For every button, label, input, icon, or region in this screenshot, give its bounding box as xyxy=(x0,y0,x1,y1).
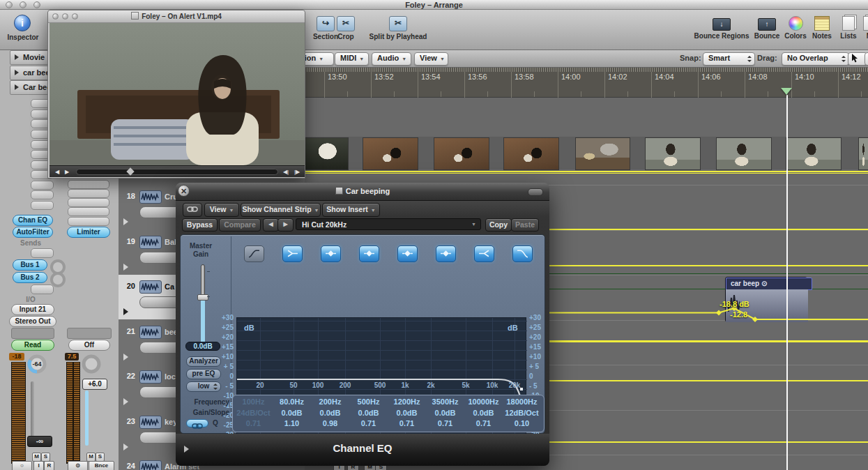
insert-slot-empty[interactable] xyxy=(31,201,54,210)
volume-fader-track[interactable] xyxy=(85,391,89,446)
prev-preset-button[interactable]: ◀ xyxy=(263,218,279,232)
stereo-format-button[interactable]: ⊙ xyxy=(68,461,88,470)
insert-slot-empty[interactable] xyxy=(68,198,109,207)
pan-knob[interactable]: -64 xyxy=(26,354,47,374)
bounce-button[interactable]: Bnce xyxy=(89,461,114,470)
copy-button[interactable]: Copy xyxy=(485,218,512,232)
toolbar-button-crop[interactable]: ✂Crop xyxy=(332,16,360,40)
pan-knob[interactable] xyxy=(81,354,102,374)
insert-slot-empty[interactable] xyxy=(68,207,109,216)
minimize-button[interactable] xyxy=(20,1,26,8)
playhead-marker-icon[interactable] xyxy=(781,88,792,95)
track-disclosure-icon[interactable] xyxy=(123,398,128,405)
insert-slot-empty[interactable] xyxy=(31,190,54,199)
eq-frequency-value[interactable]: 3500Hz xyxy=(426,397,464,406)
channel-eq-window[interactable]: Car beeping ✕ View▼ Show Channel Strip▼ … xyxy=(176,183,549,466)
master-gain-slider-handle[interactable] xyxy=(197,294,208,301)
eq-band-button-6-bell[interactable] xyxy=(436,245,456,262)
menu-popup-audio[interactable]: Audio▼ xyxy=(372,52,411,66)
output-slot[interactable]: Stereo Out xyxy=(9,316,56,327)
group-slot[interactable] xyxy=(11,328,54,339)
video-window[interactable]: Foley – On Alert V1.mp4 xyxy=(47,10,305,179)
next-preset-button[interactable]: ▶ xyxy=(277,218,294,232)
video-zoom-button[interactable] xyxy=(72,13,78,20)
eq-band-button-8-lowpass[interactable] xyxy=(512,245,533,262)
track-disclosure-icon[interactable] xyxy=(123,308,128,315)
eq-minimize-lozenge[interactable] xyxy=(528,188,543,196)
automation-mode-read[interactable]: Read xyxy=(11,340,54,351)
eq-band-button-1-highpass[interactable] xyxy=(244,245,264,262)
send-slot-empty[interactable] xyxy=(31,248,54,258)
eq-frequency-value[interactable]: 100Hz xyxy=(234,397,273,406)
eq-q-value[interactable]: 0.71 xyxy=(234,419,273,427)
video-play-button[interactable]: ▶ xyxy=(62,167,72,176)
link-button[interactable] xyxy=(183,203,202,217)
eq-q-value[interactable]: 0.71 xyxy=(426,419,464,427)
eq-band-button-2-lowshelf[interactable] xyxy=(282,245,303,262)
eq-band-button-3-bell[interactable] xyxy=(321,245,341,262)
eq-q-value[interactable]: 0.98 xyxy=(311,419,349,427)
insert-slot-limiter[interactable]: Limiter xyxy=(67,227,110,238)
preset-field[interactable]: Hi Cut 20kHz ▼ xyxy=(296,218,481,230)
drag-popup[interactable]: No Overlap xyxy=(782,52,849,66)
video-close-button[interactable] xyxy=(52,13,59,20)
record-button[interactable]: R xyxy=(44,461,54,470)
eq-frequency-value[interactable]: 1200Hz xyxy=(388,397,426,406)
eq-view-menu[interactable]: View▼ xyxy=(204,203,239,217)
format-button[interactable]: ○ xyxy=(12,461,32,470)
pencil-tool-button[interactable] xyxy=(865,52,868,66)
compare-button[interactable]: Compare xyxy=(219,218,261,232)
track-disclosure-icon[interactable] xyxy=(123,264,128,271)
send-slot-bus-2[interactable]: Bus 2 xyxy=(13,272,47,283)
playhead-line[interactable] xyxy=(786,95,788,470)
video-window-titlebar[interactable]: Foley – On Alert V1.mp4 xyxy=(48,10,305,23)
eq-band-button-7-highshelf[interactable] xyxy=(474,245,494,262)
send-slot-empty[interactable] xyxy=(31,285,54,294)
inspector-icon[interactable]: i xyxy=(14,15,31,31)
group-slot[interactable] xyxy=(67,328,112,339)
eq-frequency-value[interactable]: 18000Hz xyxy=(503,397,541,406)
insert-slot-empty[interactable] xyxy=(68,189,109,198)
toolbar-button-split-by-playhead[interactable]: ✂Split by Playhead xyxy=(360,16,436,40)
eq-frequency-value[interactable]: 500Hz xyxy=(349,397,388,406)
volume-fader-track[interactable] xyxy=(31,381,34,439)
eq-frequency-value[interactable]: 80.0Hz xyxy=(273,397,311,406)
eq-show-insert-menu[interactable]: Show Insert▼ xyxy=(322,203,380,217)
zoom-button[interactable] xyxy=(33,1,40,8)
insert-slot-autofilter[interactable]: AutoFilter xyxy=(13,227,53,238)
eq-close-button[interactable]: ✕ xyxy=(178,185,190,197)
eq-q-value[interactable]: 0.71 xyxy=(464,419,503,427)
toolbar-button-m[interactable]: M xyxy=(861,16,868,40)
eq-q-value[interactable]: 0.71 xyxy=(388,419,426,427)
close-button[interactable] xyxy=(6,1,13,8)
insert-slot-empty[interactable] xyxy=(68,180,109,189)
eq-gain-value[interactable]: 0.0dB xyxy=(311,409,349,417)
eq-show-channel-strip-menu[interactable]: Show Channel Strip▼ xyxy=(241,203,321,217)
automation-mode-off[interactable]: Off xyxy=(68,340,110,351)
video-step-forward-button[interactable]: |▶ xyxy=(292,167,302,176)
volume-fader-value[interactable]: -∞ xyxy=(27,436,52,447)
input-slot[interactable]: Input 21 xyxy=(11,304,54,315)
eq-gain-value[interactable]: 12dB/Oct xyxy=(503,409,541,417)
eq-q-value[interactable]: 1.10 xyxy=(273,419,311,427)
insert-slot-empty[interactable] xyxy=(31,181,54,190)
eq-band-button-5-bell[interactable] xyxy=(397,245,418,262)
video-minimize-button[interactable] xyxy=(62,13,68,20)
eq-q-value[interactable]: 0.71 xyxy=(349,419,388,427)
toolbar-button-lists[interactable]: Lists xyxy=(835,16,862,40)
insert-slot-chan-eq[interactable]: Chan EQ xyxy=(13,215,53,226)
eq-gain-value[interactable]: 0.0dB xyxy=(349,409,388,417)
eq-titlebar[interactable]: Car beeping xyxy=(176,183,549,201)
insert-slot-empty[interactable] xyxy=(68,217,109,226)
eq-gain-value[interactable]: 0.0dB xyxy=(273,409,311,417)
eq-gain-value[interactable]: 0.0dB xyxy=(464,409,503,417)
send-slot-bus-1[interactable]: Bus 1 xyxy=(13,259,47,271)
eq-q-value[interactable]: 0.10 xyxy=(503,419,541,427)
track-disclosure-icon[interactable] xyxy=(123,218,128,225)
eq-gain-value[interactable]: 0.0dB xyxy=(388,409,426,417)
main-titlebar[interactable]: Foley – Arrange xyxy=(0,0,868,10)
video-scrubber-track[interactable] xyxy=(76,169,278,175)
q-couple-button[interactable] xyxy=(186,419,208,427)
eq-gain-value[interactable]: 0.0dB xyxy=(426,409,464,417)
eq-frequency-value[interactable]: 10000Hz xyxy=(464,397,503,406)
